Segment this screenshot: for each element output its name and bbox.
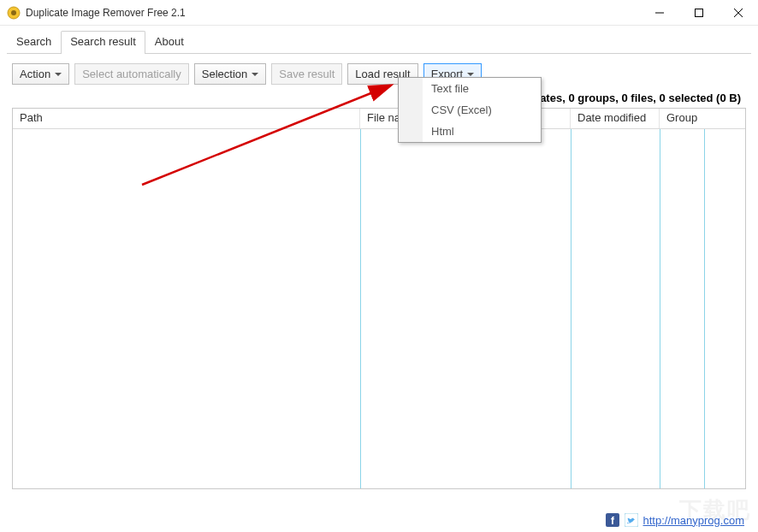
facebook-icon[interactable]: f	[606, 513, 619, 527]
maximize-button[interactable]	[679, 0, 719, 26]
save-result-button: Save result	[271, 63, 342, 85]
status-line: 0 duplicates, 0 groups, 0 files, 0 selec…	[0, 92, 758, 108]
window-title: Duplicate Image Remover Free 2.1	[26, 7, 640, 19]
grid-header: Path File name Date modified Group	[13, 109, 745, 129]
minimize-button[interactable]	[640, 0, 679, 26]
grid-body	[13, 129, 745, 488]
website-link[interactable]: http://manyprog.com	[643, 514, 745, 527]
export-text-file[interactable]: Text file	[423, 78, 541, 99]
app-icon	[7, 6, 21, 20]
selection-button[interactable]: Selection	[194, 63, 266, 85]
caret-down-icon	[55, 73, 62, 76]
export-csv[interactable]: CSV (Excel)	[423, 99, 541, 121]
select-automatically-button: Select automatically	[74, 63, 189, 85]
caret-down-icon	[467, 73, 474, 76]
column-path[interactable]: Path	[13, 109, 360, 128]
tab-bar: Search Search result About	[0, 26, 758, 53]
column-group[interactable]: Group	[660, 109, 704, 128]
footer: f http://manyprog.com	[606, 513, 745, 527]
tab-about[interactable]: About	[145, 31, 193, 53]
twitter-icon[interactable]	[625, 513, 638, 527]
results-grid: Path File name Date modified Group	[12, 108, 746, 489]
caret-down-icon	[252, 73, 258, 76]
export-html[interactable]: Html	[423, 121, 541, 142]
tab-search[interactable]: Search	[7, 31, 61, 53]
close-button[interactable]	[719, 0, 758, 26]
export-menu: Text file CSV (Excel) Html	[398, 77, 542, 143]
svg-point-1	[11, 10, 16, 15]
column-date-modified[interactable]: Date modified	[571, 109, 660, 128]
toolbar: Action Select automatically Selection Sa…	[0, 53, 758, 92]
action-button[interactable]: Action	[12, 63, 69, 85]
tab-search-result[interactable]: Search result	[61, 31, 145, 53]
svg-rect-3	[696, 9, 703, 17]
titlebar: Duplicate Image Remover Free 2.1	[0, 0, 758, 26]
